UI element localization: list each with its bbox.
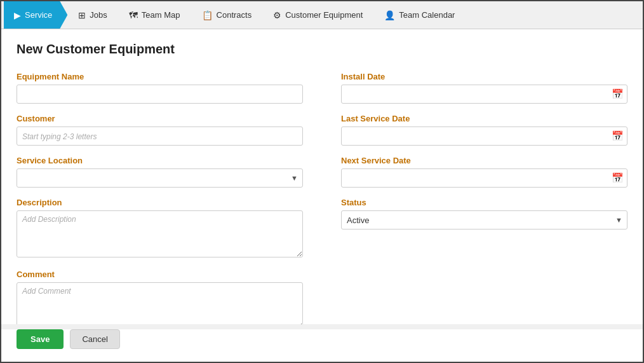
status-select[interactable]: Active Inactive	[341, 210, 627, 229]
tab-jobs-label: Jobs	[90, 10, 107, 20]
tab-team-calendar[interactable]: 👤 Team Calendar	[373, 1, 466, 29]
tab-service-label: Service	[25, 10, 52, 20]
equipment-name-label: Equipment Name	[17, 72, 303, 81]
jobs-icon: ⊞	[78, 10, 86, 20]
save-button[interactable]: Save	[17, 329, 64, 349]
last-service-date-label: Last Service Date	[341, 114, 627, 123]
description-textarea[interactable]	[17, 210, 303, 257]
description-group: Description	[17, 198, 303, 259]
app-window: ▶ Service ⊞ Jobs 🗺 Team Map 📋 Contracts …	[0, 0, 644, 363]
cancel-button[interactable]: Cancel	[70, 329, 119, 349]
tab-customer-equipment-label: Customer Equipment	[285, 10, 363, 20]
status-label: Status	[341, 198, 627, 207]
next-service-date-group: Next Service Date 📅	[341, 156, 627, 188]
last-service-date-group: Last Service Date 📅	[341, 114, 627, 146]
status-wrapper: Active Inactive ▼	[341, 210, 627, 229]
comment-group: Comment	[17, 270, 303, 324]
tab-team-calendar-label: Team Calendar	[399, 10, 455, 20]
service-location-label: Service Location	[17, 156, 303, 165]
customer-equipment-icon: ⚙	[273, 10, 281, 20]
button-row: Save Cancel	[1, 329, 643, 362]
install-date-wrapper: 📅	[341, 85, 627, 104]
install-date-label: Install Date	[341, 72, 627, 81]
tab-service[interactable]: ▶ Service	[4, 1, 67, 29]
equipment-name-group: Equipment Name	[17, 72, 303, 104]
tab-customer-equipment[interactable]: ⚙ Customer Equipment	[262, 1, 373, 29]
status-group: Status Active Inactive ▼	[341, 198, 627, 229]
customer-input[interactable]	[17, 127, 303, 146]
main-content: New Customer Equipment Equipment Name Cu…	[1, 29, 643, 324]
team-map-icon: 🗺	[129, 10, 138, 20]
description-label: Description	[17, 198, 303, 207]
tab-team-map-label: Team Map	[142, 10, 180, 20]
next-service-date-wrapper: 📅	[341, 168, 627, 188]
last-service-date-calendar-icon[interactable]: 📅	[612, 130, 624, 142]
next-service-date-label: Next Service Date	[341, 156, 627, 165]
service-location-group: Service Location ▼	[17, 156, 303, 188]
customer-label: Customer	[17, 114, 303, 123]
comment-textarea[interactable]	[17, 282, 303, 324]
contracts-icon: 📋	[202, 10, 213, 20]
page-title: New Customer Equipment	[17, 42, 627, 57]
next-service-date-calendar-icon[interactable]: 📅	[612, 172, 624, 184]
install-date-input[interactable]	[341, 85, 627, 104]
left-column: Equipment Name Customer Service Location…	[17, 72, 303, 324]
service-location-wrapper: ▼	[17, 168, 303, 188]
form-layout: Equipment Name Customer Service Location…	[17, 72, 627, 324]
last-service-date-wrapper: 📅	[341, 127, 627, 146]
next-service-date-input[interactable]	[341, 168, 627, 188]
right-column: Install Date 📅 Last Service Date 📅 Next …	[341, 72, 627, 324]
team-calendar-icon: 👤	[384, 10, 395, 20]
service-icon: ▶	[14, 10, 21, 20]
tab-team-map[interactable]: 🗺 Team Map	[118, 1, 191, 29]
customer-group: Customer	[17, 114, 303, 146]
comment-label: Comment	[17, 270, 303, 279]
tab-contracts-label: Contracts	[217, 10, 252, 20]
tab-contracts[interactable]: 📋 Contracts	[191, 1, 263, 29]
last-service-date-input[interactable]	[341, 127, 627, 146]
install-date-calendar-icon[interactable]: 📅	[612, 88, 624, 100]
install-date-group: Install Date 📅	[341, 72, 627, 104]
nav-bar: ▶ Service ⊞ Jobs 🗺 Team Map 📋 Contracts …	[1, 1, 643, 29]
service-location-select[interactable]	[17, 168, 303, 188]
tab-jobs[interactable]: ⊞ Jobs	[67, 1, 117, 29]
equipment-name-input[interactable]	[17, 85, 303, 104]
